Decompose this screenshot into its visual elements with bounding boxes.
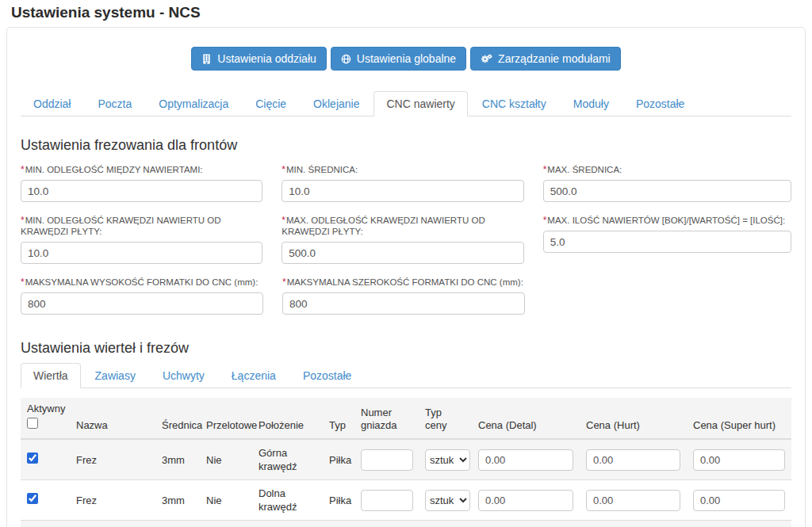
slot-number-input[interactable] — [361, 490, 413, 511]
cell-nazwa: Frez — [70, 480, 155, 521]
field-label: MAX. ILOŚĆ NAWIERTÓW [BOK]/[WARTOŚĆ] = [… — [547, 216, 785, 225]
price-retail-input[interactable] — [478, 449, 573, 471]
branch-settings-button[interactable]: Ustawienia oddziału — [191, 47, 327, 71]
cell-nazwa: Frez — [70, 439, 155, 480]
subtab-pozostale[interactable]: Pozostałe — [290, 363, 364, 388]
subtab-zawiasy[interactable]: Zawiasy — [82, 363, 148, 388]
price-wholesale-input[interactable] — [586, 449, 680, 471]
subtab-laczenia[interactable]: Łączenia — [219, 363, 289, 388]
field-label: MAX. ŚREDNICA: — [547, 165, 622, 174]
min-odleglosc-miedzy-nawiertami-input[interactable] — [21, 180, 262, 202]
tab-cnc-nawierty[interactable]: CNC nawierty — [373, 91, 467, 116]
global-settings-label: Ustawienia globalne — [357, 51, 456, 67]
tab-oddzial[interactable]: Oddział — [21, 91, 83, 116]
drills-section-title: Ustawienia wierteł i frezów — [21, 340, 791, 357]
cell-typ: Piłka — [323, 439, 354, 480]
field-label: MIN. ODLEGŁOŚĆ KRAWĘDZI NAWIERTU OD KRAW… — [21, 216, 221, 236]
manage-modules-label: Zarządzanie modułami — [498, 51, 611, 67]
price-type-select[interactable]: sztuk — [425, 490, 470, 511]
field-label: MIN. ODLEGŁOŚĆ MIĘDZY NAWIERTAMI: — [25, 165, 203, 174]
cell-przelotowe: Nie — [200, 480, 252, 521]
tab-oklejanie[interactable]: Oklejanie — [301, 91, 372, 116]
field-min-odleglosc-krawedzi: *MIN. ODLEGŁOŚĆ KRAWĘDZI NAWIERTU OD KRA… — [21, 215, 262, 264]
subtab-uchwyty[interactable]: Uchwyty — [150, 363, 217, 388]
toolbar: Ustawienia oddziału Ustawienia globalne — [21, 47, 791, 71]
table-header-row: Aktywny Nazwa Średnica Przelotowe Położe… — [21, 398, 791, 439]
globe-icon — [341, 54, 351, 64]
milling-row-3: *MAKSYMALNA WYSOKOŚĆ FORMATKI DO CNC (mm… — [21, 277, 791, 327]
milling-section-title: Ustawienia frezowania dla frontów — [21, 137, 791, 154]
col-polozenie: Położenie — [252, 398, 323, 439]
select-all-checkbox[interactable] — [27, 418, 38, 429]
tools-table: Aktywny Nazwa Średnica Przelotowe Położe… — [21, 398, 791, 527]
cell-typ: Wiertło — [323, 521, 354, 527]
col-cena-super-hurt: Cena (Super hurt) — [687, 398, 791, 439]
max-odleglosc-krawedzi-input[interactable] — [282, 242, 523, 264]
field-maks-szerokosc-formatki: *MAKSYMALNA SZEROKOŚĆ FORMATKI DO CNC (m… — [282, 277, 525, 315]
field-label: MIN. ŚREDNICA: — [286, 165, 358, 174]
required-asterisk: * — [543, 215, 547, 226]
cell-nazwa: Wiertło — [70, 521, 155, 527]
drills-tabs: Wiertła Zawiasy Uchwyty Łączenia Pozosta… — [21, 363, 791, 388]
tab-poczta[interactable]: Poczta — [85, 91, 144, 116]
col-przelotowe: Przelotowe — [200, 398, 252, 439]
building-icon — [201, 54, 212, 64]
tab-pozostale[interactable]: Pozostałe — [623, 91, 697, 116]
cell-srednica: 8mm — [155, 521, 200, 527]
price-wholesale-input[interactable] — [586, 490, 680, 511]
cogs-icon — [481, 54, 492, 64]
manage-modules-button[interactable]: Zarządzanie modułami — [470, 47, 621, 71]
col-cena-hurt: Cena (Hurt) — [580, 398, 687, 439]
cell-srednica: 3mm — [155, 480, 200, 521]
field-max-ilosc-nawiertow: *MAX. ILOŚĆ NAWIERTÓW [BOK]/[WARTOŚĆ] = … — [543, 215, 791, 253]
required-asterisk: * — [543, 164, 547, 175]
cell-typ: Piłka — [323, 480, 354, 521]
slot-number-input[interactable] — [361, 449, 413, 471]
table-row: Wiertło 8mm Nie Lewa krawędź Wiertło mb — [21, 521, 791, 527]
price-type-select[interactable]: sztuk — [425, 449, 470, 471]
subtab-wiertla[interactable]: Wiertła — [21, 363, 81, 388]
required-asterisk: * — [21, 277, 25, 288]
page-title: Ustawienia systemu - NCS — [0, 0, 812, 27]
required-asterisk: * — [282, 277, 286, 288]
price-super-wholesale-input[interactable] — [693, 490, 785, 511]
cell-przelotowe: Nie — [200, 439, 252, 480]
field-label: MAKSYMALNA SZEROKOŚĆ FORMATKI DO CNC (mm… — [287, 277, 523, 287]
required-asterisk: * — [282, 215, 285, 226]
col-srednica: Średnica — [155, 398, 200, 439]
cell-polozenie: Górna krawędź — [252, 439, 323, 480]
table-row: Frez 3mm Nie Górna krawędź Piłka sztuk — [21, 439, 791, 480]
tab-ciecie[interactable]: Cięcie — [243, 91, 299, 116]
max-srednica-input[interactable] — [543, 180, 791, 202]
min-srednica-input[interactable] — [282, 180, 523, 202]
tab-cnc-ksztalty[interactable]: CNC kształty — [469, 91, 559, 116]
maks-wysokosc-formatki-input[interactable] — [21, 292, 263, 315]
milling-row-2: *MIN. ODLEGŁOŚĆ KRAWĘDZI NAWIERTU OD KRA… — [21, 215, 791, 277]
maks-szerokosc-formatki-input[interactable] — [282, 292, 525, 315]
col-aktywny: Aktywny — [21, 398, 70, 439]
min-odleglosc-krawedzi-input[interactable] — [21, 242, 262, 264]
cell-polozenie: Dolna krawędź — [252, 480, 323, 521]
global-settings-button[interactable]: Ustawienia globalne — [331, 47, 466, 71]
tab-optymalizacja[interactable]: Optymalizacja — [146, 91, 241, 116]
milling-row-1: *MIN. ODLEGŁOŚĆ MIĘDZY NAWIERTAMI: *MIN.… — [21, 164, 791, 215]
field-min-odleglosc-miedzy-nawiertami: *MIN. ODLEGŁOŚĆ MIĘDZY NAWIERTAMI: — [21, 164, 262, 202]
settings-panel: Ustawienia oddziału Ustawienia globalne — [6, 27, 806, 527]
col-nazwa: Nazwa — [70, 398, 155, 439]
field-min-srednica: *MIN. ŚREDNICA: — [282, 164, 523, 202]
cell-srednica: 3mm — [155, 439, 200, 480]
tab-moduly[interactable]: Moduły — [561, 91, 622, 116]
col-numer-gniazda: Numer gniazda — [354, 398, 419, 439]
price-retail-input[interactable] — [478, 490, 573, 511]
price-super-wholesale-input[interactable] — [693, 449, 785, 471]
col-typ: Typ — [323, 398, 354, 439]
row-active-checkbox[interactable] — [27, 493, 38, 504]
field-label: MAKSYMALNA WYSOKOŚĆ FORMATKI DO CNC (mm)… — [25, 277, 259, 287]
required-asterisk: * — [21, 215, 25, 226]
field-maks-wysokosc-formatki: *MAKSYMALNA WYSOKOŚĆ FORMATKI DO CNC (mm… — [21, 277, 263, 315]
table-row: Frez 3mm Nie Dolna krawędź Piłka sztuk — [21, 480, 791, 521]
row-active-checkbox[interactable] — [27, 453, 38, 464]
required-asterisk: * — [282, 164, 285, 175]
cell-polozenie: Lewa krawędź — [252, 521, 323, 527]
max-ilosc-nawiertow-input[interactable] — [543, 231, 791, 253]
